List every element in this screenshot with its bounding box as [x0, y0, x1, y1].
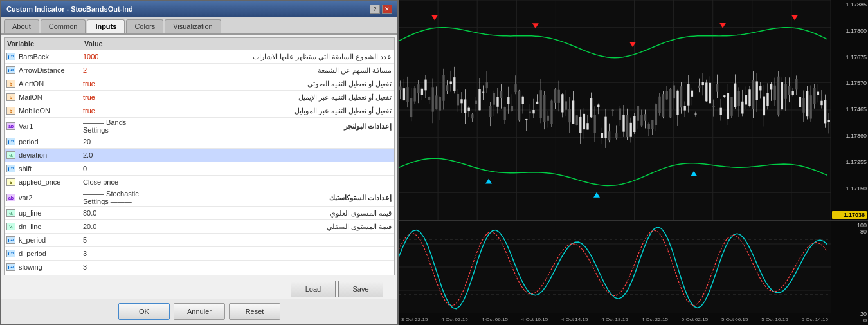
row-description: عدد الشموع السابقة التي ستظهر عليها الاش…: [154, 53, 394, 61]
row-description: مسافة السهم عن الشمعة: [154, 66, 394, 75]
price-axis: 1.17885 1.17800 1.17675 1.17570 1.17465 …: [831, 0, 868, 220]
row-icon: ¼: [5, 221, 17, 232]
row-description: تفعيل أو تعطيل التنبيه عبر الإيميل: [154, 93, 394, 102]
header-desc: [161, 40, 392, 48]
tab-inputs[interactable]: Inputs: [87, 19, 125, 33]
ok-button[interactable]: OK: [118, 303, 170, 320]
row-icon: b: [5, 105, 17, 116]
row-variable: applied_price: [19, 178, 83, 186]
row-variable: MobileON: [19, 107, 83, 115]
row-value[interactable]: Close price: [83, 178, 154, 186]
row-value[interactable]: ——— Bands Settings ———: [83, 118, 154, 134]
row-variable: slowing: [19, 263, 83, 271]
table-row[interactable]: ab var2 ——— Stochastic Settings ——— إعدا…: [5, 189, 394, 207]
row-value[interactable]: 3: [83, 250, 154, 257]
table-row[interactable]: i¹²³ d_period 3: [5, 247, 394, 261]
row-value[interactable]: 0: [83, 165, 154, 172]
row-variable: Var1: [19, 122, 83, 130]
row-icon: ab: [5, 120, 17, 132]
tab-about[interactable]: About: [4, 19, 39, 33]
table-row[interactable]: i¹²³ slowing 3: [5, 261, 394, 274]
time-label-10: 5 Oct 10:15: [761, 317, 788, 322]
row-variable: BarsBack: [19, 53, 83, 60]
help-button[interactable]: ?: [370, 5, 380, 14]
row-value[interactable]: 20.0: [83, 223, 154, 230]
header-value: Value: [84, 40, 161, 48]
load-button[interactable]: Load: [291, 281, 336, 297]
price-label-1: 1.17885: [832, 1, 867, 8]
price-label-4: 1.17570: [832, 80, 867, 86]
sub-label-bottom: 0: [832, 317, 867, 324]
row-icon: S: [5, 176, 17, 188]
row-value[interactable]: 5: [83, 236, 154, 244]
row-value[interactable]: true: [83, 93, 154, 101]
row-icon: i¹²³: [5, 51, 17, 62]
table-row[interactable]: i¹²³ ArrowDistance 2 مسافة السهم عن الشم…: [5, 64, 394, 77]
row-variable: dn_line: [19, 223, 83, 230]
header-variable: Variable: [7, 40, 84, 48]
price-label-2: 1.17800: [832, 28, 867, 34]
row-description: إعدادات البولنجر: [154, 122, 394, 131]
table-row[interactable]: ¼ deviation 2.0: [5, 149, 394, 162]
tab-colors[interactable]: Colors: [126, 19, 163, 33]
table-body[interactable]: i¹²³ BarsBack 1000 عدد الشموع السابقة ال…: [4, 50, 395, 275]
row-icon: i¹²³: [5, 248, 17, 259]
row-icon: i¹²³: [5, 261, 17, 273]
main-buttons-area: OK Annuler Reset: [1, 299, 397, 324]
table-row[interactable]: b MobileON true تفعيل أو تعطيل التنبيه ع…: [5, 104, 394, 118]
row-value[interactable]: 2: [83, 66, 154, 74]
custom-indicator-dialog: Custom Indicator - StocBandsOut-Ind ? ✕ …: [0, 0, 399, 325]
tab-common[interactable]: Common: [41, 19, 86, 33]
row-value[interactable]: 80.0: [83, 209, 154, 217]
row-value[interactable]: true: [83, 80, 154, 88]
table-row[interactable]: i¹²³ period 20: [5, 135, 394, 149]
row-value[interactable]: true: [83, 107, 154, 115]
row-value[interactable]: 3: [83, 263, 154, 271]
time-label-11: 5 Oct 14:15: [802, 317, 828, 322]
reset-button[interactable]: Reset: [229, 303, 280, 320]
tabs-container: About Common Inputs Colors Visualization: [1, 17, 397, 35]
sub-label-80: 80: [832, 228, 867, 235]
row-variable: ArrowDistance: [19, 66, 83, 74]
tab-visualization[interactable]: Visualization: [165, 19, 221, 33]
row-variable: shift: [19, 165, 83, 172]
time-label-7: 4 Oct 22:15: [642, 317, 668, 322]
row-icon: i¹²³: [5, 136, 17, 147]
dialog-title: Custom Indicator - StocBandsOut-Ind: [6, 5, 133, 13]
row-description: تفعيل أو تعطيل التنبيه عبر الموبايل: [154, 107, 394, 115]
table-row[interactable]: b MailON true تفعيل أو تعطيل التنبيه عبر…: [5, 91, 394, 104]
time-label-2: 4 Oct 02:15: [441, 317, 467, 322]
sub-label-100: 100: [832, 222, 867, 228]
table-row[interactable]: ¼ dn_line 20.0 قيمة المستوى السفلي: [5, 220, 394, 234]
row-variable: up_line: [19, 209, 83, 217]
row-value[interactable]: 20: [83, 138, 154, 145]
close-button[interactable]: ✕: [382, 5, 392, 14]
table-row[interactable]: ab Var1 ——— Bands Settings ——— إعدادات ا…: [5, 118, 394, 135]
table-row[interactable]: i¹²³ BarsBack 1000 عدد الشموع السابقة ال…: [5, 50, 394, 64]
row-variable: MailON: [19, 93, 83, 101]
row-icon: ab: [5, 192, 17, 203]
row-value[interactable]: 1000: [83, 53, 154, 60]
row-icon: i¹²³: [5, 64, 17, 76]
table-row[interactable]: i¹²³ shift 0: [5, 162, 394, 176]
table-row[interactable]: b AlertON true تفعيل او تعطيل التنبيه ال…: [5, 77, 394, 91]
row-variable: period: [19, 138, 83, 145]
row-value[interactable]: 2.0: [83, 151, 154, 159]
row-value[interactable]: ——— Stochastic Settings ———: [83, 190, 154, 205]
save-button[interactable]: Save: [338, 281, 383, 297]
row-description: تفعيل او تعطيل التنبيه الصوتي: [154, 80, 394, 88]
table-row[interactable]: S ma_method Simple: [5, 274, 394, 275]
titlebar-buttons: ? ✕: [370, 5, 392, 14]
annuler-button[interactable]: Annuler: [174, 303, 225, 320]
row-variable: AlertON: [19, 80, 83, 88]
price-label-8: 1.17150: [832, 185, 867, 192]
table-row[interactable]: i¹²³ k_period 5: [5, 234, 394, 247]
price-label-6: 1.17360: [832, 133, 867, 139]
time-label-4: 4 Oct 10:15: [521, 317, 548, 322]
row-icon: b: [5, 78, 17, 89]
row-icon: i¹²³: [5, 234, 17, 246]
table-row[interactable]: S applied_price Close price: [5, 176, 394, 189]
inputs-table-container: Variable Value i¹²³ BarsBack 1000 عدد ال…: [1, 35, 397, 278]
main-chart: 1.17885 1.17800 1.17675 1.17570 1.17465 …: [399, 0, 868, 221]
table-row[interactable]: ¼ up_line 80.0 قيمة المستوى العلوي: [5, 207, 394, 220]
